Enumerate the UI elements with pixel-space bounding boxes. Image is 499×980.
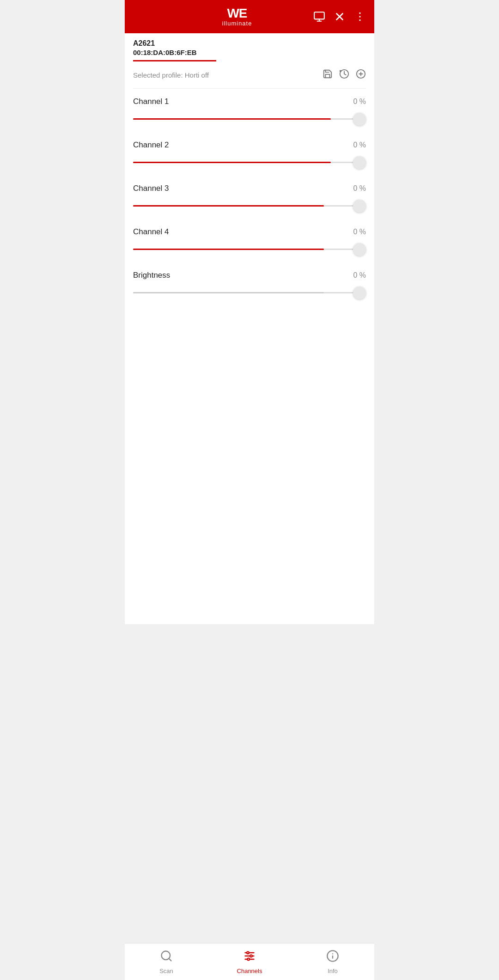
main-content: Selected profile: Horti off bbox=[125, 61, 374, 625]
channel-1-value: 0 % bbox=[353, 97, 366, 106]
svg-point-18 bbox=[250, 955, 252, 957]
profile-actions bbox=[323, 69, 366, 82]
channel-5-fill bbox=[133, 292, 324, 293]
channel-2-name: Channel 2 bbox=[133, 140, 169, 150]
channel-4-value: 0 % bbox=[353, 228, 366, 236]
svg-point-19 bbox=[247, 958, 250, 960]
channel-5-name: Brightness bbox=[133, 271, 170, 280]
history-icon[interactable] bbox=[339, 69, 349, 82]
channel-4-name: Channel 4 bbox=[133, 227, 169, 237]
channel-3-thumb[interactable] bbox=[353, 200, 366, 213]
channel-row-4: Channel 40 % bbox=[133, 219, 366, 258]
save-profile-icon[interactable] bbox=[323, 69, 333, 82]
monitor-icon[interactable] bbox=[313, 11, 325, 23]
channel-3-name: Channel 3 bbox=[133, 184, 169, 193]
bottom-nav: Scan Channels Info bbox=[125, 943, 374, 980]
device-info: A2621 00:18:DA:0B:6F:EB bbox=[125, 33, 374, 61]
channels-icon bbox=[243, 950, 256, 966]
channel-4-thumb[interactable] bbox=[353, 243, 366, 256]
channel-row-3: Channel 30 % bbox=[133, 176, 366, 214]
info-icon bbox=[326, 950, 339, 966]
nav-scan[interactable]: Scan bbox=[125, 950, 208, 974]
svg-point-5 bbox=[359, 12, 360, 14]
channel-2-thumb[interactable] bbox=[353, 156, 366, 169]
more-vert-icon[interactable] bbox=[354, 11, 366, 23]
add-profile-icon[interactable] bbox=[356, 69, 366, 82]
channel-2-value: 0 % bbox=[353, 141, 366, 149]
channel-3-value: 0 % bbox=[353, 184, 366, 193]
channel-5-value: 0 % bbox=[353, 271, 366, 280]
channel-3-fill bbox=[133, 205, 324, 207]
channel-row-1: Channel 10 % bbox=[133, 89, 366, 128]
profile-row: Selected profile: Horti off bbox=[133, 61, 366, 89]
device-name: A2621 bbox=[133, 39, 366, 49]
channel-4-slider-container bbox=[133, 241, 366, 258]
channel-1-thumb[interactable] bbox=[353, 113, 366, 126]
logo-illuminate-text: illuminate bbox=[222, 20, 252, 27]
close-icon[interactable] bbox=[334, 11, 346, 23]
top-bar: WE illuminate bbox=[125, 0, 374, 33]
nav-info-label: Info bbox=[328, 968, 338, 974]
channel-3-slider-container bbox=[133, 198, 366, 214]
device-mac: 00:18:DA:0B:6F:EB bbox=[133, 49, 366, 56]
app-logo: WE illuminate bbox=[222, 7, 252, 27]
channels-container: Channel 10 %Channel 20 %Channel 30 %Chan… bbox=[133, 89, 366, 301]
top-bar-actions bbox=[313, 11, 366, 23]
channel-2-fill bbox=[133, 162, 331, 163]
svg-point-17 bbox=[247, 951, 249, 954]
channel-1-track bbox=[133, 118, 366, 120]
channel-5-slider-container bbox=[133, 285, 366, 301]
channel-1-name: Channel 1 bbox=[133, 97, 169, 106]
channel-row-2: Channel 20 % bbox=[133, 132, 366, 171]
channel-4-fill bbox=[133, 249, 324, 250]
channel-3-track bbox=[133, 205, 366, 207]
channel-5-track bbox=[133, 292, 366, 293]
profile-label: Selected profile: Horti off bbox=[133, 71, 209, 79]
channel-row-5: Brightness0 % bbox=[133, 262, 366, 301]
logo-we-text: WE bbox=[227, 7, 247, 20]
channel-5-thumb[interactable] bbox=[353, 286, 366, 299]
channel-1-fill bbox=[133, 118, 331, 120]
nav-channels-label: Channels bbox=[237, 968, 262, 974]
nav-scan-label: Scan bbox=[159, 968, 173, 974]
channel-2-slider-container bbox=[133, 154, 366, 171]
nav-info[interactable]: Info bbox=[291, 950, 374, 974]
empty-area bbox=[125, 624, 374, 943]
channel-4-track bbox=[133, 249, 366, 250]
scan-icon bbox=[160, 950, 173, 966]
svg-line-13 bbox=[169, 958, 171, 961]
svg-rect-0 bbox=[314, 12, 324, 19]
nav-channels[interactable]: Channels bbox=[208, 950, 291, 974]
channel-2-track bbox=[133, 162, 366, 163]
svg-point-7 bbox=[359, 19, 360, 21]
svg-point-6 bbox=[359, 16, 360, 17]
channel-1-slider-container bbox=[133, 111, 366, 128]
